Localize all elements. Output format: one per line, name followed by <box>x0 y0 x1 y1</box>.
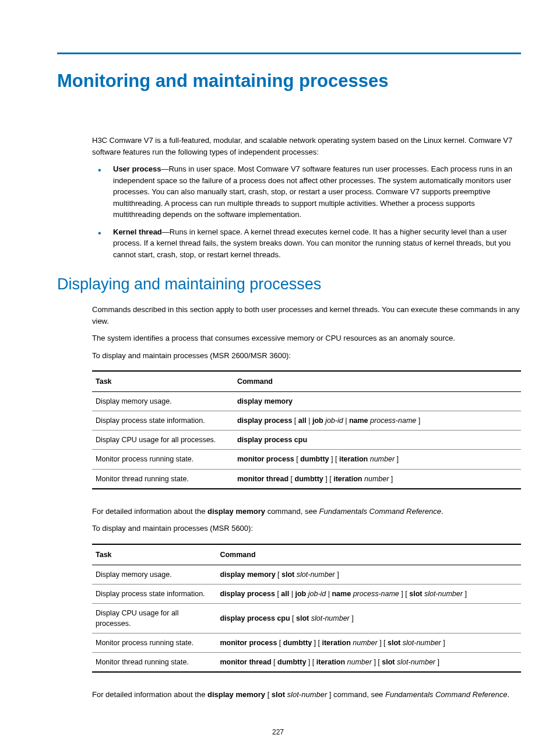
bold-text: monitor process <box>220 639 277 647</box>
bold-text: iteration <box>333 475 362 483</box>
document-page: Monitoring and maintaining processes H3C… <box>0 0 556 730</box>
bold-text: monitor process <box>237 455 294 463</box>
bold-text: iteration <box>339 455 368 463</box>
table-row: Display process state information.displa… <box>92 411 521 430</box>
table-row: Display memory usage.display memory [ sl… <box>92 565 521 584</box>
italic-text: number <box>364 475 389 483</box>
table-header-row: Task Command <box>92 371 521 392</box>
body-paragraph: To display and maintain processes (MSR 2… <box>92 350 521 362</box>
task-cell: Monitor thread running state. <box>92 469 234 489</box>
task-cell: Display process state information. <box>92 584 216 603</box>
command-cell: monitor process [ dumbtty ] [ iteration … <box>216 634 521 653</box>
page-title: Monitoring and maintaining processes <box>57 71 521 92</box>
bold-text: slot <box>388 639 400 647</box>
bold-text: slot <box>382 658 395 666</box>
body-paragraph: For detailed information about the displ… <box>92 506 521 517</box>
bold-text: display memory <box>220 570 275 579</box>
command-cell: monitor thread [ dumbtty ] [ iteration n… <box>234 469 521 489</box>
task-cell: Monitor process running state. <box>92 450 234 469</box>
task-cell: Monitor thread running state. <box>92 653 216 673</box>
table-header-command: Command <box>216 544 521 565</box>
bold-text: display process <box>237 416 293 425</box>
bold-text: display process <box>220 590 275 598</box>
bold-text: dumbtty <box>283 639 312 647</box>
bold-text: display memory <box>237 397 293 405</box>
command-cell: display process [ all | job job-id | nam… <box>216 584 521 603</box>
task-cell: Display memory usage. <box>92 392 234 411</box>
list-item: Kernel thread—Runs in kernel space. A ke… <box>92 226 521 261</box>
command-table-2: Task Command Display memory usage.displa… <box>92 544 521 673</box>
task-cell: Display process state information. <box>92 411 234 430</box>
bullet-label: Kernel thread <box>113 228 162 236</box>
italic-text: slot-number <box>424 590 463 598</box>
bold-text: dumbtty <box>277 658 306 666</box>
italic-text: Fundamentals Command Reference <box>385 690 508 699</box>
italic-text: job-id <box>308 590 326 598</box>
command-cell: monitor process [ dumbtty ] [ iteration … <box>234 450 521 469</box>
heading-rule <box>57 52 521 54</box>
italic-text: slot-number <box>311 614 350 622</box>
italic-text: job-id <box>325 416 343 425</box>
body-paragraph: Commands described in this section apply… <box>92 304 521 327</box>
bold-text: iteration <box>316 658 345 666</box>
bold-text: slot <box>281 570 294 579</box>
bold-text: display process cpu <box>237 436 307 444</box>
bold-text: display memory <box>207 690 265 699</box>
table-header-command: Command <box>234 371 521 392</box>
bold-text: job <box>295 590 306 598</box>
table-row: Display process state information.displa… <box>92 584 521 603</box>
bold-text: display memory <box>207 507 265 516</box>
body-paragraph: To display and maintain processes (MSR 5… <box>92 523 521 534</box>
table-row: Monitor process running state.monitor pr… <box>92 450 521 469</box>
italic-text: process-name <box>370 416 416 425</box>
bold-text: all <box>281 590 289 598</box>
list-item: User process—Runs in user space. Most Co… <box>92 163 521 220</box>
bold-text: iteration <box>322 639 350 647</box>
task-cell: Monitor process running state. <box>92 634 216 653</box>
italic-text: number <box>353 639 377 647</box>
command-cell: display process cpu <box>234 430 521 450</box>
italic-text: slot-number <box>297 570 335 579</box>
task-cell: Display memory usage. <box>92 565 216 584</box>
bold-text: slot <box>409 590 422 598</box>
bold-text: monitor thread <box>237 475 288 483</box>
bold-text: dumbtty <box>295 475 323 483</box>
command-cell: monitor thread [ dumbtty ] [ iteration n… <box>216 653 521 673</box>
bullet-list: User process—Runs in user space. Most Co… <box>92 163 521 260</box>
bold-text: job <box>312 416 323 425</box>
italic-text: slot-number <box>287 690 328 699</box>
bold-text: slot <box>296 614 309 622</box>
table-row: Monitor thread running state.monitor thr… <box>92 469 521 489</box>
italic-text: slot-number <box>403 639 441 647</box>
table-row: Monitor thread running state.monitor thr… <box>92 653 521 673</box>
table-header-row: Task Command <box>92 544 521 565</box>
table-header-task: Task <box>92 371 234 392</box>
command-cell: display process [ all | job job-id | nam… <box>234 411 521 430</box>
italic-text: Fundamentals Command Reference <box>319 507 442 516</box>
italic-text: process-name <box>353 590 399 598</box>
bold-text: monitor thread <box>220 658 271 666</box>
task-cell: Display CPU usage for all processes. <box>92 603 216 633</box>
section-heading: Displaying and maintaining processes <box>57 275 521 293</box>
command-table-1: Task Command Display memory usage.displa… <box>92 370 521 489</box>
intro-text: H3C Comware V7 is a full-featured, modul… <box>92 135 521 158</box>
body-paragraph: The system identifies a process that con… <box>92 332 521 344</box>
italic-text: slot-number <box>397 658 435 666</box>
table-row: Display CPU usage for all processes.disp… <box>92 603 521 633</box>
body-paragraph: For detailed information about the displ… <box>92 689 521 701</box>
bold-text: display process cpu <box>220 614 290 622</box>
bold-text: slot <box>272 690 285 699</box>
bold-text: name <box>349 416 368 425</box>
page-number: 227 <box>0 728 556 736</box>
bold-text: all <box>298 416 307 425</box>
command-cell: display process cpu [ slot slot-number ] <box>216 603 521 633</box>
task-cell: Display CPU usage for all processes. <box>92 430 234 450</box>
table-header-task: Task <box>92 544 216 565</box>
command-cell: display memory [ slot slot-number ] <box>216 565 521 584</box>
bold-text: name <box>332 590 351 598</box>
table-row: Display CPU usage for all processes.disp… <box>92 430 521 450</box>
italic-text: number <box>370 455 395 463</box>
table-row: Monitor process running state.monitor pr… <box>92 634 521 653</box>
italic-text: number <box>347 658 372 666</box>
bold-text: dumbtty <box>300 455 329 463</box>
